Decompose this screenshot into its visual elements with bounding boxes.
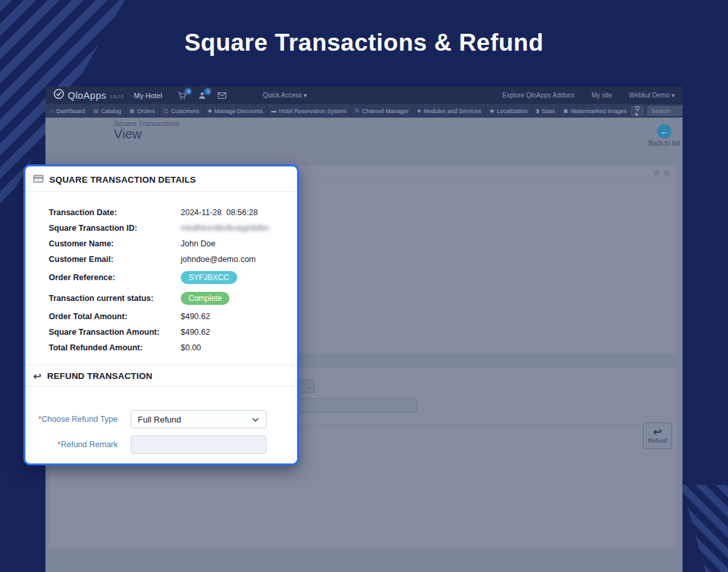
search-input[interactable] xyxy=(647,106,682,116)
menu-label: Watermarked Images xyxy=(571,108,627,114)
menu-label: Dashboard xyxy=(57,108,85,114)
logo-check-icon xyxy=(53,88,64,102)
logo-text: QloApps xyxy=(68,90,107,101)
notification-count-badge: 1 xyxy=(204,88,211,95)
back-to-list-button[interactable]: ← Back to list xyxy=(648,124,681,147)
menu-label: Customers xyxy=(171,108,200,114)
menu-label: Orders xyxy=(137,108,155,114)
order-reference-badge: SYFJBXCC xyxy=(181,271,237,284)
corner-stripes-bottom-right xyxy=(681,485,728,572)
menu-item-orders[interactable]: ▦Orders xyxy=(125,104,159,118)
reply-arrow-icon: ↩ xyxy=(33,372,42,381)
search-scope-button[interactable]: Q ▾ xyxy=(631,106,644,116)
hotel-icon: ▬ xyxy=(271,108,276,114)
cart-icon[interactable]: 4 xyxy=(177,92,187,99)
detail-row-order-total: Order Total Amount: $490.62 xyxy=(49,309,288,324)
transaction-details-list: Transaction Date: 2024-11-28 08:56:28 Sq… xyxy=(25,192,297,356)
refund-type-select[interactable]: Full Refund xyxy=(131,410,266,428)
refund-remark-input[interactable] xyxy=(131,436,266,454)
modules-icon: ◈ xyxy=(417,108,421,114)
detail-value: $0.00 xyxy=(181,343,201,352)
refund-remark-row: *Refund Remark xyxy=(25,436,297,454)
messages-icon[interactable] xyxy=(218,92,226,99)
detail-value: John Doe xyxy=(181,239,216,248)
quick-access-menu[interactable]: Quick Access ▾ xyxy=(263,92,307,99)
detail-row-transaction-date: Transaction Date: 2024-11-28 08:56:28 xyxy=(49,205,288,220)
explore-addons-link[interactable]: Explore QloApps Addons xyxy=(502,92,575,99)
catalog-icon: ▤ xyxy=(94,108,99,114)
my-site-link[interactable]: My site xyxy=(592,92,612,99)
menu-label: Modules and Services xyxy=(424,108,482,114)
detail-label: Customer Name: xyxy=(49,239,181,248)
menu-label: Manage Discounts xyxy=(214,108,263,114)
detail-row-square-amount: Square Transaction Amount: $490.62 xyxy=(49,324,288,340)
detail-value: 2024-11-28 08:56:28 xyxy=(181,208,258,217)
qloapps-logo[interactable]: QloApps 1.6.0.0 xyxy=(53,88,124,102)
watermark-icon: ▣ xyxy=(564,108,569,114)
menu-item-hotel-reservation-system[interactable]: ▬Hotel Reservation System xyxy=(267,104,351,118)
chevron-down-icon: ⌄ xyxy=(306,384,311,390)
details-panel-header: SQUARE TRANSACTION DETAILS xyxy=(25,166,297,192)
menu-item-modules-and-services[interactable]: ◈Modules and Services xyxy=(413,104,486,118)
menu-label: Localization xyxy=(497,108,528,114)
promo-stage: Square Transactions & Refund QloApps 1.6… xyxy=(0,0,728,572)
customers-icon: ◫ xyxy=(164,108,169,114)
detail-label: Transaction current status: xyxy=(49,294,181,303)
detail-label: Order Reference: xyxy=(49,273,181,282)
detail-row-customer-name: Customer Name: John Doe xyxy=(49,236,288,252)
menu-item-localization[interactable]: ◉Localization xyxy=(486,104,532,118)
detail-label: Customer Email: xyxy=(49,255,181,264)
status-badge: Complete xyxy=(181,292,229,305)
refund-type-value: Full Refund xyxy=(138,415,181,424)
refund-section-title: REFUND TRANSACTION xyxy=(47,371,153,381)
menu-label: Catalog xyxy=(101,108,121,114)
detail-value-blurred: mkdfhbvnfbnfkvbghtbfbn xyxy=(181,224,269,233)
detail-row-transaction-id: Square Transaction ID: mkdfhbvnfbnfkvbgh… xyxy=(49,220,288,236)
user-menu[interactable]: Webkul Demo ▾ xyxy=(629,92,675,99)
detail-row-refunded-amount: Total Refunded Amount: $0.00 xyxy=(49,340,288,356)
hero-title: Square Transactions & Refund xyxy=(0,29,728,57)
menu-item-manage-discounts[interactable]: ◆Manage Discounts xyxy=(204,104,268,118)
menu-item-watermarked-images[interactable]: ▣Watermarked Images xyxy=(560,104,631,118)
detail-label: Square Transaction Amount: xyxy=(49,328,181,337)
detail-value: $490.62 xyxy=(181,312,210,321)
detail-row-order-reference: Order Reference: SYFJBXCC xyxy=(49,267,288,288)
refund-submit-button[interactable]: ↩ Refund xyxy=(643,422,672,449)
menu-label: Channel Manager xyxy=(362,108,409,114)
refund-button-label: Refund xyxy=(648,437,667,444)
details-panel-title: SQUARE TRANSACTION DETAILS xyxy=(49,175,196,185)
refund-type-row: *Choose Refund Type Full Refund xyxy=(25,410,297,428)
square-transaction-details-panel: SQUARE TRANSACTION DETAILS Transaction D… xyxy=(23,164,299,465)
menu-label: Hotel Reservation System xyxy=(279,108,346,114)
cart-count-badge: 4 xyxy=(185,88,192,95)
dashboard-icon: ⌂ xyxy=(51,108,54,114)
back-arrow-icon: ← xyxy=(657,124,671,138)
refund-section-header: ↩ REFUND TRANSACTION xyxy=(25,365,297,387)
detail-row-status: Transaction current status: Complete xyxy=(49,288,288,309)
back-to-list-label: Back to list xyxy=(648,140,681,147)
menu-item-channel-manager[interactable]: ↻Channel Manager xyxy=(351,104,413,118)
refund-remark-label: *Refund Remark xyxy=(25,440,118,449)
detail-row-customer-email: Customer Email: johndoe@demo.com xyxy=(49,252,288,267)
admin-topbar: QloApps 1.6.0.0 My Hotel 4 1 Quick Acces… xyxy=(46,86,682,104)
stats-icon: ▮ xyxy=(536,108,539,114)
refund-form: *Choose Refund Type Full Refund *Refund … xyxy=(25,387,297,454)
menu-item-dashboard[interactable]: ⌂Dashboard xyxy=(47,104,90,118)
refund-type-label: *Choose Refund Type xyxy=(25,415,118,424)
menu-item-stats[interactable]: ▮Stats xyxy=(532,104,560,118)
background-refund-remark-input[interactable] xyxy=(287,398,417,413)
detail-value: $490.62 xyxy=(181,328,210,337)
detail-label: Order Total Amount: xyxy=(49,312,181,321)
page-title: View xyxy=(114,127,142,142)
customer-notification-icon[interactable]: 1 xyxy=(198,92,206,99)
discounts-icon: ◆ xyxy=(208,108,212,114)
logo-version: 1.6.0.0 xyxy=(110,94,124,99)
detail-label: Total Refunded Amount: xyxy=(49,343,181,352)
menu-item-catalog[interactable]: ▤Catalog xyxy=(90,104,126,118)
shop-name[interactable]: My Hotel xyxy=(134,92,162,99)
menu-item-customers[interactable]: ◫Customers xyxy=(160,104,204,118)
refund-arrow-icon: ↩ xyxy=(653,428,662,437)
panel-tool-icon xyxy=(664,170,670,176)
credit-card-icon xyxy=(33,174,44,185)
channel-icon: ↻ xyxy=(355,108,359,114)
